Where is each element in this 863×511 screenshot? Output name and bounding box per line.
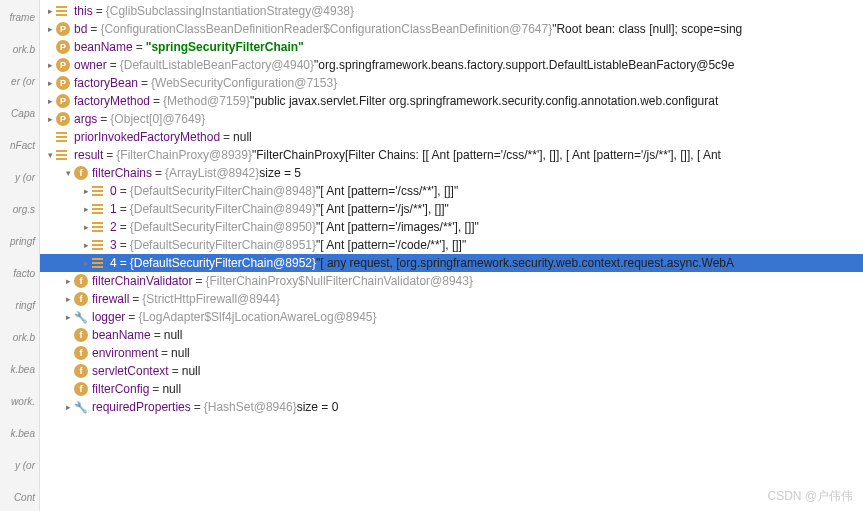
var-name: 0 [110, 184, 117, 198]
equals: = [107, 58, 120, 72]
var-name: beanName [92, 328, 151, 342]
param-icon: P [56, 58, 70, 72]
equals: = [117, 238, 130, 252]
expand-arrow-icon[interactable]: ▸ [80, 204, 92, 214]
equals: = [117, 256, 130, 270]
var-value: null [162, 382, 181, 396]
tree-row[interactable]: ▸🔧requiredProperties = {HashSet@8946} si… [40, 398, 863, 416]
var-name: filterConfig [92, 382, 149, 396]
var-name: factoryMethod [74, 94, 150, 108]
tree-row[interactable]: ▸this = {CglibSubclassingInstantiationSt… [40, 2, 863, 20]
equals: = [151, 328, 164, 342]
type-info: {CglibSubclassingInstantiationStrategy@4… [106, 4, 354, 18]
tree-row[interactable]: ▸3 = {DefaultSecurityFilterChain@8951} "… [40, 236, 863, 254]
equals: = [117, 184, 130, 198]
var-name: 2 [110, 220, 117, 234]
expand-arrow-icon[interactable]: ▸ [62, 294, 74, 304]
equals: = [117, 202, 130, 216]
tree-row[interactable]: ▸Pargs = {Object[0]@7649} [40, 110, 863, 128]
var-name: filterChains [92, 166, 152, 180]
tree-row[interactable]: ▾result = {FilterChainProxy@8939} "Filte… [40, 146, 863, 164]
equals: = [138, 76, 151, 90]
expand-arrow-icon[interactable]: ▸ [80, 186, 92, 196]
tree-row[interactable]: ▸fservletContext = null [40, 362, 863, 380]
tree-row[interactable]: ▸0 = {DefaultSecurityFilterChain@8948} "… [40, 182, 863, 200]
tree-row[interactable]: ▸PfactoryBean = {WebSecurityConfiguratio… [40, 74, 863, 92]
tree-row[interactable]: ▸PbeanName = "springSecurityFilterChain" [40, 38, 863, 56]
expand-arrow-icon[interactable]: ▸ [44, 114, 56, 124]
equals: = [149, 382, 162, 396]
equals: = [125, 310, 138, 324]
value-icon [56, 130, 70, 144]
var-name: owner [74, 58, 107, 72]
var-value: "springSecurityFilterChain" [146, 40, 304, 54]
type-info: {HashSet@8946} [204, 400, 297, 414]
collapse-arrow-icon[interactable]: ▾ [44, 150, 56, 160]
expand-arrow-icon[interactable]: ▸ [62, 312, 74, 322]
var-value: null [182, 364, 201, 378]
tree-row[interactable]: ▸fbeanName = null [40, 326, 863, 344]
value-icon [92, 202, 106, 216]
var-name: priorInvokedFactoryMethod [74, 130, 220, 144]
var-value: null [233, 130, 252, 144]
type-info: {DefaultSecurityFilterChain@8948} [130, 184, 316, 198]
expand-arrow-icon[interactable]: ▸ [80, 222, 92, 232]
tree-row[interactable]: ▸4 = {DefaultSecurityFilterChain@8952} "… [40, 254, 863, 272]
var-name: firewall [92, 292, 129, 306]
tree-row[interactable]: ▸priorInvokedFactoryMethod = null [40, 128, 863, 146]
var-value: "public javax.servlet.Filter org.springf… [250, 94, 718, 108]
type-info: {FilterChainProxy$NullFilterChainValidat… [206, 274, 473, 288]
tree-row[interactable]: ▾ffilterChains = {ArrayList@8942} size =… [40, 164, 863, 182]
equals: = [150, 94, 163, 108]
equals: = [158, 346, 171, 360]
tree-row[interactable]: ▸ffilterConfig = null [40, 380, 863, 398]
value-icon [92, 256, 106, 270]
expand-arrow-icon[interactable]: ▸ [62, 276, 74, 286]
tree-row[interactable]: ▸2 = {DefaultSecurityFilterChain@8950} "… [40, 218, 863, 236]
var-value: size = 0 [297, 400, 339, 414]
equals: = [103, 148, 116, 162]
type-info: {ArrayList@8942} [165, 166, 259, 180]
expand-arrow-icon[interactable]: ▸ [44, 96, 56, 106]
tree-row[interactable]: ▸Powner = {DefaultListableBeanFactory@49… [40, 56, 863, 74]
field-icon: f [74, 328, 88, 342]
tree-row[interactable]: ▸Pbd = {ConfigurationClassBeanDefinition… [40, 20, 863, 38]
tree-row[interactable]: ▸ffilterChainValidator = {FilterChainPro… [40, 272, 863, 290]
collapse-arrow-icon[interactable]: ▾ [62, 168, 74, 178]
expand-arrow-icon[interactable]: ▸ [44, 24, 56, 34]
equals: = [193, 274, 206, 288]
value-icon [92, 184, 106, 198]
expand-arrow-icon[interactable]: ▸ [80, 258, 92, 268]
variables-tree[interactable]: ▸this = {CglibSubclassingInstantiationSt… [40, 0, 863, 511]
expand-arrow-icon[interactable]: ▸ [80, 240, 92, 250]
var-name: 1 [110, 202, 117, 216]
var-value: "org.springframework.beans.factory.suppo… [314, 58, 734, 72]
type-info: {WebSecurityConfiguration@7153} [151, 76, 337, 90]
equals: = [87, 22, 100, 36]
equals: = [152, 166, 165, 180]
expand-arrow-icon[interactable]: ▸ [44, 78, 56, 88]
equals: = [117, 220, 130, 234]
equals: = [220, 130, 233, 144]
inherited-field-icon: 🔧 [74, 400, 88, 414]
var-name: beanName [74, 40, 133, 54]
param-icon: P [56, 22, 70, 36]
value-icon [92, 238, 106, 252]
expand-arrow-icon[interactable]: ▸ [62, 402, 74, 412]
type-info: {DefaultListableBeanFactory@4940} [120, 58, 314, 72]
field-icon: f [74, 292, 88, 306]
tree-row[interactable]: ▸PfactoryMethod = {Method@7159} "public … [40, 92, 863, 110]
type-info: {DefaultSecurityFilterChain@8951} [130, 238, 316, 252]
tree-row[interactable]: ▸🔧logger = {LogAdapter$Slf4jLocationAwar… [40, 308, 863, 326]
equals: = [133, 40, 146, 54]
tree-row[interactable]: ▸fenvironment = null [40, 344, 863, 362]
equals: = [129, 292, 142, 306]
tree-row[interactable]: ▸ffirewall = {StrictHttpFirewall@8944} [40, 290, 863, 308]
field-icon: f [74, 274, 88, 288]
var-name: requiredProperties [92, 400, 191, 414]
type-info: {StrictHttpFirewall@8944} [142, 292, 280, 306]
expand-arrow-icon[interactable]: ▸ [44, 60, 56, 70]
tree-row[interactable]: ▸1 = {DefaultSecurityFilterChain@8949} "… [40, 200, 863, 218]
type-info: {Object[0]@7649} [110, 112, 205, 126]
expand-arrow-icon[interactable]: ▸ [44, 6, 56, 16]
